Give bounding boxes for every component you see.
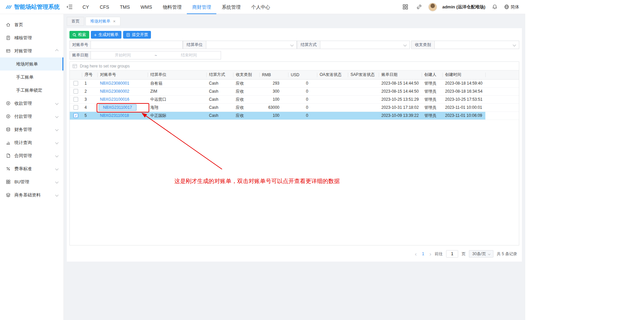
settle-unit-label: 结算单位 bbox=[183, 41, 206, 49]
sidebar-item-base-data[interactable]: 商务基础资料 bbox=[0, 188, 63, 201]
header-bill-date[interactable]: 账单日期 bbox=[379, 71, 422, 79]
bill-no-link[interactable]: NBXG23110017 bbox=[99, 104, 137, 111]
nav-item-commerce-finance[interactable]: 商财管理 bbox=[187, 0, 216, 14]
cell-sap-status bbox=[348, 95, 379, 103]
sidebar-item-audit[interactable]: 稽核管理 bbox=[0, 31, 63, 44]
bill-no-label: 对账单号 bbox=[69, 41, 91, 49]
settle-method-select[interactable] bbox=[320, 41, 410, 49]
sidebar-item-finance[interactable]: 财务管理 bbox=[0, 123, 63, 136]
header-income-type[interactable]: 收支类别 bbox=[233, 71, 259, 79]
bill-date-range[interactable]: 开始时间 ~ 结束时间 bbox=[91, 51, 221, 59]
link-icon[interactable] bbox=[415, 3, 423, 11]
sidebar-item-pay[interactable]: 付款管理 bbox=[0, 110, 63, 123]
sidebar-item-receive[interactable]: 收款管理 bbox=[0, 97, 63, 110]
next-page-icon[interactable]: › bbox=[429, 251, 431, 257]
goto-page-input[interactable] bbox=[446, 250, 458, 258]
finance-icon bbox=[5, 127, 11, 132]
sidebar-item-rate[interactable]: 费率标准 bbox=[0, 162, 63, 175]
cell-bill-no[interactable]: NBXG23080002 bbox=[97, 87, 148, 95]
row-checkbox[interactable] bbox=[73, 105, 78, 110]
table-row[interactable]: ✓ 5 NBXG23110018 中正国际 Cash 应收 100 0 2023… bbox=[70, 111, 519, 120]
sidebar-item-manual-bill[interactable]: 手工账单 bbox=[0, 71, 63, 84]
row-checkbox[interactable] bbox=[73, 81, 78, 86]
header-rmb[interactable]: RMB bbox=[259, 71, 288, 79]
cell-settle-unit: 中正国际 bbox=[148, 111, 206, 120]
header-oa-status[interactable]: OA发送状态 bbox=[317, 71, 348, 79]
row-checkbox-cell[interactable] bbox=[70, 95, 82, 103]
income-type-select[interactable] bbox=[435, 41, 519, 49]
statements-table: 序号 对账单号 结算单位 结算方式 收支类别 RMB USD OA发送状态 SA… bbox=[70, 71, 519, 120]
prev-page-icon[interactable]: ‹ bbox=[415, 251, 417, 257]
cell-creator: 管理员 bbox=[422, 95, 442, 103]
sidebar-item-stats[interactable]: 统计查询 bbox=[0, 136, 63, 149]
bill-date-label: 账单日期 bbox=[69, 51, 91, 59]
bill-no-link[interactable]: NBXG23080001 bbox=[100, 81, 129, 86]
header-created-time[interactable]: 创建时间 bbox=[442, 71, 485, 79]
logo-icon bbox=[5, 4, 12, 10]
chevron-down-icon bbox=[55, 115, 59, 118]
bill-no-link[interactable]: NBXG23110018 bbox=[100, 113, 129, 118]
nav-item-tms[interactable]: TMS bbox=[114, 0, 135, 14]
header-settle-method[interactable]: 结算方式 bbox=[206, 71, 233, 79]
receive-icon bbox=[5, 101, 11, 106]
sidebar-item-home[interactable]: 首页 bbox=[0, 18, 63, 31]
nav-item-cy[interactable]: CY bbox=[77, 0, 94, 14]
nav-item-personal[interactable]: 个人中心 bbox=[246, 0, 275, 14]
language-switch[interactable]: 简体 bbox=[504, 4, 519, 10]
cell-bill-no[interactable]: NBXG23100016 bbox=[97, 95, 148, 103]
row-checkbox[interactable] bbox=[73, 89, 78, 94]
close-tab-icon[interactable]: × bbox=[113, 19, 116, 24]
header-settle-unit[interactable]: 结算单位 bbox=[148, 71, 206, 79]
cell-bill-no[interactable]: NBXG23080001 bbox=[97, 79, 148, 87]
cell-income-type: 应收 bbox=[233, 111, 259, 120]
generate-statement-button[interactable]: + 生成对账单 bbox=[91, 31, 121, 39]
search-button[interactable]: 检索 bbox=[69, 31, 89, 39]
header-sap-status[interactable]: SAP发送状态 bbox=[348, 71, 379, 79]
cell-bill-date: 2023-08-15 14:44:50 bbox=[379, 79, 422, 87]
table-row[interactable]: 3 NBXG23100016 中远营口 Cash 应收 100 0 2023-1… bbox=[70, 95, 519, 103]
nav-item-system[interactable]: 系统管理 bbox=[216, 0, 246, 14]
data-grid: Drag here to set row groups 序号 bbox=[69, 61, 519, 245]
row-checkbox-cell[interactable] bbox=[70, 79, 82, 87]
nav-item-wms[interactable]: WMS bbox=[135, 0, 157, 14]
menu-fold-icon[interactable] bbox=[65, 3, 74, 11]
sidebar-item-reconcile[interactable]: 对账管理 bbox=[0, 44, 63, 57]
toolbar: 检索 + 生成对账单 提交开票 bbox=[69, 31, 519, 39]
row-checkbox[interactable] bbox=[73, 97, 78, 102]
table-row[interactable]: 4 NBXG23110017 海翔 Cash 应收 63000 0 2023-1… bbox=[70, 103, 519, 111]
chevron-down-icon bbox=[55, 154, 59, 157]
avatar[interactable] bbox=[428, 3, 437, 11]
bill-no-link[interactable]: NBXG23080002 bbox=[100, 89, 129, 94]
tab-yard-statement[interactable]: 堆场对账单 × bbox=[86, 17, 120, 26]
row-checkbox[interactable]: ✓ bbox=[73, 113, 78, 118]
filter-income-type: 收支类别 bbox=[411, 41, 519, 49]
bell-icon[interactable] bbox=[490, 3, 499, 11]
header-bill-no[interactable]: 对账单号 bbox=[97, 71, 148, 79]
submit-invoice-button[interactable]: 提交开票 bbox=[123, 31, 151, 39]
apps-icon[interactable] bbox=[401, 3, 410, 11]
row-checkbox-cell[interactable] bbox=[70, 103, 82, 111]
nav-item-cfs[interactable]: CFS bbox=[94, 0, 114, 14]
table-row[interactable]: 2 NBXG23080002 ZIM Cash 应收 300 0 2023-08… bbox=[70, 87, 519, 95]
row-checkbox-cell[interactable] bbox=[70, 87, 82, 95]
settle-unit-select[interactable] bbox=[206, 41, 297, 49]
row-group-bar[interactable]: Drag here to set row groups bbox=[70, 62, 519, 71]
cell-bill-no[interactable]: NBXG23110018 bbox=[97, 111, 148, 120]
row-checkbox-cell[interactable]: ✓ bbox=[70, 111, 82, 120]
tab-home[interactable]: 首页 bbox=[67, 17, 84, 26]
sidebar-item-bu[interactable]: BU管理 bbox=[0, 175, 63, 188]
sidebar-item-contract[interactable]: 合同管理 bbox=[0, 149, 63, 162]
page-size-select[interactable]: 30条/页 bbox=[469, 250, 493, 258]
sidebar-item-manual-bill-lock[interactable]: 手工账单锁定 bbox=[0, 84, 63, 97]
header-usd[interactable]: USD bbox=[288, 71, 317, 79]
bill-no-input[interactable] bbox=[91, 41, 183, 49]
table-row[interactable]: 1 NBXG23080001 自有箱 Cash 应收 293 0 2023-08… bbox=[70, 79, 519, 87]
cell-bill-no[interactable]: NBXG23110017 bbox=[97, 103, 148, 111]
current-page[interactable]: 1 bbox=[420, 252, 426, 256]
username[interactable]: admin (远洋仓配堆场) bbox=[442, 4, 485, 10]
header-creator[interactable]: 创建人 bbox=[422, 71, 442, 79]
bill-no-link[interactable]: NBXG23100016 bbox=[100, 97, 129, 102]
sidebar-item-yard-statement[interactable]: 堆场对账单 bbox=[0, 57, 63, 71]
nav-item-material[interactable]: 物料管理 bbox=[157, 0, 187, 14]
header-seq[interactable]: 序号 bbox=[82, 71, 97, 79]
